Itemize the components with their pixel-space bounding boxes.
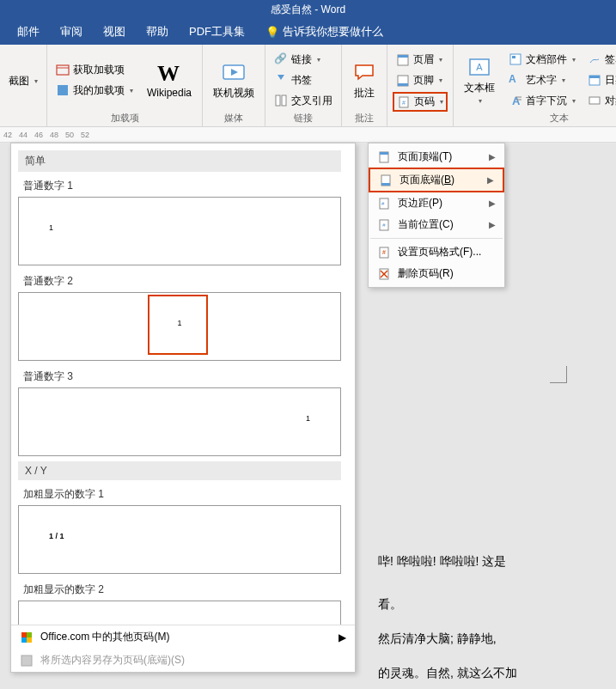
date-icon: [588, 73, 601, 87]
submenu-remove[interactable]: 删除页码(R): [369, 263, 504, 284]
gallery-thumb-num3[interactable]: 1: [18, 387, 341, 456]
chevron-down-icon: ▾: [439, 56, 442, 64]
chevron-right-icon: ▶: [489, 198, 496, 208]
chevron-right-icon: ▶: [489, 220, 496, 229]
link-icon: 🔗: [274, 52, 288, 66]
gallery-label-num3: 普通数字 3: [18, 366, 341, 387]
submenu-current[interactable]: # 当前位置(C) ▶: [369, 214, 504, 235]
gallery-thumb-bold2[interactable]: 1 / 1: [18, 601, 341, 625]
gallery-label-bold2: 加粗显示的数字 2: [18, 579, 341, 601]
ribbon-group-addins: 获取加载项 我的加载项 ▾ W Wikipedia 加载项: [47, 45, 203, 126]
gallery-category-simple: 简单: [18, 150, 341, 172]
svg-rect-15: [510, 54, 521, 64]
text-group-label: 文本: [459, 112, 616, 125]
chevron-down-icon: ▾: [34, 77, 38, 85]
doc-fragment: 看。: [378, 589, 402, 619]
svg-rect-5: [276, 95, 280, 106]
pagecode-submenu: 页面顶端(T) ▶ 页面底端(B) ▶ # 页边距(P) ▶ # 当前位置(C)…: [368, 143, 505, 288]
svg-rect-0: [57, 65, 69, 75]
dropcap-button[interactable]: A 首字下沉 ▾: [505, 92, 579, 110]
comments-group-label: 批注: [347, 112, 381, 125]
pagecode-button[interactable]: # 页码 ▾: [393, 92, 448, 112]
gallery-thumb-bold1[interactable]: 1 / 1: [18, 505, 341, 574]
object-icon: [588, 94, 601, 107]
svg-text:#: #: [382, 249, 386, 255]
wordart-button[interactable]: A 艺术字 ▾: [505, 71, 579, 89]
chevron-down-icon: ▾: [572, 97, 576, 105]
svg-rect-24: [380, 152, 388, 155]
my-addins-button[interactable]: 我的加载项 ▾: [52, 82, 137, 100]
submenu-margins[interactable]: # 页边距(P) ▶: [369, 192, 504, 214]
document-area: 页面顶端(T) ▶ 页面底端(B) ▶ # 页边距(P) ▶ # 当前位置(C)…: [0, 143, 616, 689]
separator: [370, 238, 503, 239]
screenshot-button[interactable]: 截图 ▾: [5, 72, 41, 90]
title-bar: 感受自然 - Word: [0, 0, 616, 19]
bookmark-button[interactable]: 书签: [271, 71, 336, 89]
gallery-thumb-num1[interactable]: 1: [18, 197, 341, 265]
gallery-office-more[interactable]: Office.com 中的其他页码(M) ▶: [11, 625, 355, 649]
gallery-save-selection[interactable]: 将所选内容另存为页码(底端)(S): [11, 649, 355, 672]
link-button[interactable]: 🔗 链接 ▾: [271, 51, 336, 69]
doc-parts-button[interactable]: 文档部件 ▾: [505, 51, 579, 69]
page-top-icon: [377, 150, 391, 164]
wikipedia-button[interactable]: W Wikipedia: [142, 58, 197, 102]
tab-view[interactable]: 视图: [93, 19, 136, 45]
store-icon: [56, 63, 70, 76]
svg-rect-16: [512, 56, 515, 58]
crossref-button[interactable]: 交叉引用: [271, 92, 336, 110]
svg-rect-1: [58, 85, 68, 95]
save-icon: [20, 654, 34, 668]
svg-text:#: #: [402, 100, 406, 106]
textbox-button[interactable]: A 文本框 ▾: [459, 52, 500, 108]
submenu-format[interactable]: # 设置页码格式(F)...: [369, 241, 504, 263]
svg-rect-37: [27, 632, 32, 637]
signature-button[interactable]: 签名行 ▾: [584, 51, 616, 69]
ribbon-group-text: A 文本框 ▾ 文档部件 ▾ A 艺术字 ▾: [454, 45, 616, 126]
gallery-bottom: Office.com 中的其他页码(M) ▶ 将所选内容另存为页码(底端)(S): [11, 625, 355, 672]
tab-review[interactable]: 审阅: [50, 19, 93, 45]
header-icon: [396, 53, 410, 67]
parts-icon: [509, 52, 522, 66]
ribbon-group-links: 🔗 链接 ▾ 书签 交叉引用 链接: [265, 45, 342, 126]
online-video-button[interactable]: 联机视频: [208, 57, 259, 104]
svg-rect-40: [21, 655, 32, 666]
chevron-down-icon: ▾: [572, 56, 576, 64]
datetime-button[interactable]: 日期和时间: [584, 71, 616, 89]
gallery-label-num1: 普通数字 1: [18, 175, 341, 197]
object-button[interactable]: 对象 ▾: [584, 92, 616, 110]
svg-rect-10: [398, 83, 408, 86]
doc-fragment: 然后清净大脑; 静静地,: [378, 624, 497, 654]
ribbon-group-screenshot: 截图 ▾: [0, 45, 47, 126]
tell-me-box[interactable]: 💡 告诉我你想要做什么: [255, 19, 393, 45]
gallery-thumb-num2[interactable]: 1: [18, 292, 341, 361]
crossref-icon: [274, 94, 288, 107]
tab-mail[interactable]: 邮件: [7, 19, 50, 45]
tab-pdftools[interactable]: PDF工具集: [179, 19, 255, 45]
svg-rect-22: [589, 97, 600, 104]
tell-me-text: 告诉我你想要做什么: [283, 24, 383, 40]
submenu-top[interactable]: 页面顶端(T) ▶: [369, 146, 504, 168]
gallery-label-num2: 普通数字 2: [18, 271, 341, 292]
tab-help[interactable]: 帮助: [136, 19, 179, 45]
comment-icon: [352, 60, 376, 84]
comments-button[interactable]: 批注: [347, 57, 381, 104]
footer-button[interactable]: 页脚 ▾: [393, 71, 448, 89]
chevron-down-icon: ▾: [317, 56, 320, 64]
wikipedia-icon: W: [157, 61, 181, 85]
puzzle-icon: [56, 83, 70, 97]
submenu-bottom[interactable]: 页面底端(B) ▶: [369, 168, 504, 192]
wordart-icon: A: [509, 73, 522, 87]
header-button[interactable]: 页眉 ▾: [393, 51, 448, 69]
remove-icon: [377, 267, 391, 281]
office-icon: [20, 631, 34, 644]
doc-fragment: 的灵魂。自然, 就这么不加: [378, 658, 517, 688]
video-icon: [222, 60, 246, 84]
get-addins-button[interactable]: 获取加载项: [52, 61, 137, 79]
gallery-scroll[interactable]: 简单 普通数字 1 1 普通数字 2 1 普通数字 3 1 X / Y 加粗显示…: [11, 143, 355, 625]
chevron-right-icon: ▶: [487, 175, 494, 185]
bulb-icon: 💡: [265, 26, 279, 39]
pagecode-icon: #: [397, 95, 411, 109]
chevron-right-icon: ▶: [338, 631, 346, 643]
page-margin-icon: #: [377, 197, 391, 210]
svg-rect-8: [398, 55, 408, 58]
